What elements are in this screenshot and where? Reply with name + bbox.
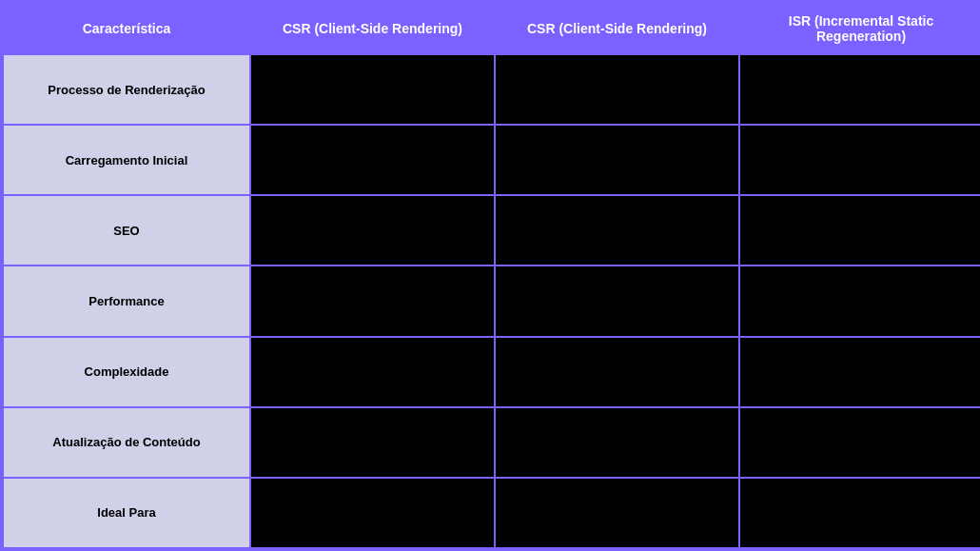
row-label-atualizacao: Atualização de Conteúdo bbox=[3, 407, 250, 478]
table-row: Performance bbox=[3, 266, 980, 336]
header-csr1: CSR (Client-Side Rendering) bbox=[250, 3, 495, 54]
row-cell-processo-csr1 bbox=[250, 54, 495, 125]
row-cell-seo-csr1 bbox=[250, 195, 495, 266]
row-cell-performance-csr2 bbox=[495, 266, 739, 336]
row-cell-carregamento-csr1 bbox=[250, 125, 495, 195]
row-label-ideal: Ideal Para bbox=[3, 478, 250, 548]
row-label-performance: Performance bbox=[3, 266, 250, 336]
row-cell-complexidade-csr2 bbox=[495, 337, 739, 407]
row-cell-ideal-csr1 bbox=[250, 478, 495, 548]
row-cell-complexidade-isr bbox=[739, 337, 980, 407]
comparison-table: Característica CSR (Client-Side Renderin… bbox=[2, 2, 980, 549]
header-isr: ISR (Incremental Static Regeneration) bbox=[739, 3, 980, 54]
row-cell-processo-isr bbox=[739, 54, 980, 125]
row-label-carregamento: Carregamento Inicial bbox=[3, 125, 250, 195]
header-caracteristica: Característica bbox=[3, 3, 250, 54]
row-cell-carregamento-csr2 bbox=[495, 125, 739, 195]
comparison-table-wrapper: Característica CSR (Client-Side Renderin… bbox=[0, 0, 980, 551]
row-cell-performance-csr1 bbox=[250, 266, 495, 336]
header-csr2: CSR (Client-Side Rendering) bbox=[495, 3, 739, 54]
row-cell-seo-csr2 bbox=[495, 195, 739, 266]
table-row: Carregamento Inicial bbox=[3, 125, 980, 195]
table-row: Processo de Renderização bbox=[3, 54, 980, 125]
row-cell-atualizacao-isr bbox=[739, 407, 980, 478]
table-row: SEO bbox=[3, 195, 980, 266]
table-row: Complexidade bbox=[3, 337, 980, 407]
row-label-complexidade: Complexidade bbox=[3, 337, 250, 407]
table-row: Atualização de Conteúdo bbox=[3, 407, 980, 478]
row-cell-processo-csr2 bbox=[495, 54, 739, 125]
row-cell-atualizacao-csr2 bbox=[495, 407, 739, 478]
row-cell-ideal-csr2 bbox=[495, 478, 739, 548]
row-cell-carregamento-isr bbox=[739, 125, 980, 195]
row-label-processo: Processo de Renderização bbox=[3, 54, 250, 125]
table-header-row: Característica CSR (Client-Side Renderin… bbox=[3, 3, 980, 54]
row-cell-seo-isr bbox=[739, 195, 980, 266]
table-row: Ideal Para bbox=[3, 478, 980, 548]
row-cell-performance-isr bbox=[739, 266, 980, 336]
row-cell-ideal-isr bbox=[739, 478, 980, 548]
row-cell-complexidade-csr1 bbox=[250, 337, 495, 407]
row-cell-atualizacao-csr1 bbox=[250, 407, 495, 478]
row-label-seo: SEO bbox=[3, 195, 250, 266]
